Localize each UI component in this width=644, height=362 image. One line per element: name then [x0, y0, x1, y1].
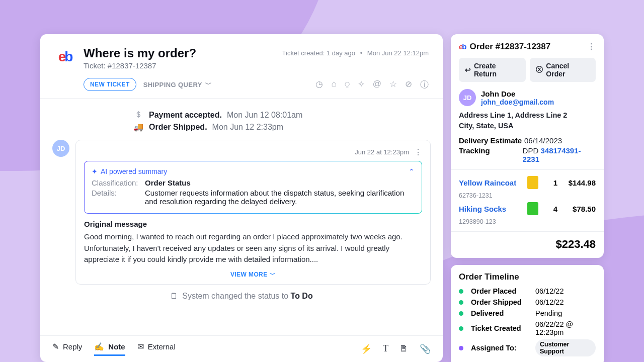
status-shipped: 🚚 Order Shipped. Mon Jun 12 2:33pm	[133, 122, 431, 132]
text-style-icon[interactable]: T	[383, 343, 388, 354]
timeline-dot-icon	[459, 300, 463, 305]
mail-icon: ✉	[137, 342, 144, 351]
item-name[interactable]: Yellow Raincoat	[459, 178, 524, 187]
order-item: Yellow Raincoat1$144.9862736-1231	[459, 176, 596, 199]
block-icon[interactable]: ⊘	[405, 79, 412, 90]
customer-name: John Doe	[481, 89, 554, 98]
timeline-row: Order Shipped06/12/22	[459, 298, 596, 306]
message-timestamp: Jun 22 at 12:23pm	[355, 148, 409, 156]
order-item: Hiking Socks4$78.501293890-123	[459, 202, 596, 225]
customer-address: Address Line 1, Address Line 2 City, Sta…	[459, 110, 596, 131]
timeline-panel: Order Timeline Order Placed06/12/22Order…	[451, 265, 604, 362]
timeline-dot-icon	[459, 311, 463, 316]
document-icon[interactable]: 🗎	[399, 343, 409, 354]
delivery-estimate: 06/14/2023	[524, 136, 562, 145]
truck-icon: 🚚	[133, 122, 144, 132]
brand-logo: eb	[459, 42, 466, 51]
new-ticket-badge: NEW TICKET	[84, 78, 136, 91]
original-message-label: Original message	[84, 220, 422, 228]
timeline-title: Order Timeline	[459, 272, 596, 282]
ticket-header: eb Where is my order? Ticket: #12837-123…	[40, 34, 443, 99]
pencil-icon: ✎	[52, 342, 59, 351]
item-qty: 4	[544, 205, 557, 213]
brand-logo: eb	[54, 46, 75, 67]
assigned-chip[interactable]: Customer Support	[535, 339, 596, 356]
item-name[interactable]: Hiking Socks	[459, 205, 524, 213]
customer-avatar: JD	[459, 89, 476, 106]
ticket-number: Ticket: #12837-12387	[84, 61, 274, 70]
original-message-body: Good morning, I wanted to reach out rega…	[84, 231, 422, 265]
tag-icon[interactable]: ⌂	[331, 79, 336, 90]
item-price: $78.50	[560, 205, 596, 213]
order-menu-icon[interactable]: ⋮	[587, 41, 596, 52]
ticket-card: eb Where is my order? Ticket: #12837-123…	[40, 34, 443, 362]
cancel-icon: ⓧ	[536, 65, 543, 74]
category-dropdown[interactable]: SHIPPING QUERY ﹀	[143, 80, 212, 89]
customer-avatar: JD	[52, 140, 69, 157]
timeline-row: Order Placed06/12/22	[459, 287, 596, 295]
alert-icon[interactable]: ⓘ	[420, 79, 429, 90]
timeline-row: DeliveredPending	[459, 309, 596, 317]
star-icon[interactable]: ☆	[389, 79, 397, 90]
collapse-icon[interactable]: ⌃	[409, 167, 415, 175]
item-qty: 1	[544, 178, 557, 187]
attachment-icon[interactable]: 📎	[420, 343, 431, 354]
chevron-down-icon: ﹀	[270, 271, 276, 278]
timeline-dot-icon	[459, 289, 463, 294]
at-icon[interactable]: @	[373, 79, 381, 90]
reply-tab[interactable]: ✎ Reply	[52, 342, 82, 356]
order-panel: eb Order #12837-12387 ⋮ ↩ Create Return …	[451, 34, 604, 258]
external-tab[interactable]: ✉ External	[137, 342, 176, 356]
ticket-action-icons: ◷ ⌂ ⍜ ✧ @ ☆ ⊘ ⓘ	[315, 79, 429, 90]
dollar-icon: ＄	[133, 110, 144, 120]
view-more-button[interactable]: VIEW MORE﹀	[84, 265, 422, 281]
person-icon[interactable]: ⍜	[345, 79, 350, 90]
timeline-row: Ticket Created06/22/22 @ 12:23pm	[459, 320, 596, 336]
timeline-dot-icon	[459, 326, 463, 331]
sparkle-icon[interactable]: ✧	[358, 79, 365, 90]
cancel-order-button[interactable]: ⓧ Cancel Order	[530, 58, 596, 82]
customer-email[interactable]: john_doe@gmail.com	[481, 98, 554, 106]
create-return-button[interactable]: ↩ Create Return	[459, 58, 526, 82]
clipboard-icon: 🗒	[170, 292, 178, 301]
item-thumb	[527, 202, 538, 215]
timer-icon[interactable]: ◷	[315, 79, 323, 90]
item-sku: 62736-1231	[459, 192, 524, 199]
note-icon: ✍	[94, 342, 104, 351]
ai-classification: Order Status	[145, 178, 191, 187]
message-menu-icon[interactable]: ⋮	[414, 147, 422, 157]
message-card: Jun 22 at 12:23pm ⋮ ✦ AI powered summary…	[75, 140, 431, 285]
tracking-number[interactable]: DPD 348174391-2231	[523, 146, 596, 163]
order-total: $223.48	[459, 238, 596, 251]
ai-summary-title: AI powered summary	[101, 167, 167, 175]
status-payment: ＄ Payment accepted. Mon Jun 12 08:01am	[133, 110, 431, 120]
system-status-line: 🗒 System changed the status to To Do	[52, 292, 431, 301]
bolt-icon[interactable]: ⚡	[361, 343, 372, 354]
item-price: $144.98	[560, 178, 596, 187]
chevron-down-icon: ﹀	[205, 80, 212, 89]
ticket-created-meta: Ticket created: 1 day ago • Mon Jun 22 1…	[282, 49, 429, 70]
note-tab[interactable]: ✍ Note	[94, 342, 125, 356]
return-icon: ↩	[465, 66, 471, 74]
order-title: Order #12837-12387	[470, 42, 551, 52]
composer-bar: ✎ Reply ✍ Note ✉ External ⚡ T 🗎 📎	[40, 335, 443, 362]
ai-details: Customer requests information about the …	[145, 189, 415, 206]
item-thumb	[527, 176, 538, 189]
sparkle-icon: ✦	[92, 167, 98, 175]
ai-summary-box: ✦ AI powered summary ⌃ Classification: O…	[84, 161, 422, 214]
timeline-dot-icon	[459, 346, 463, 350]
item-sku: 1293890-123	[459, 218, 524, 225]
ticket-title: Where is my order?	[84, 46, 274, 60]
